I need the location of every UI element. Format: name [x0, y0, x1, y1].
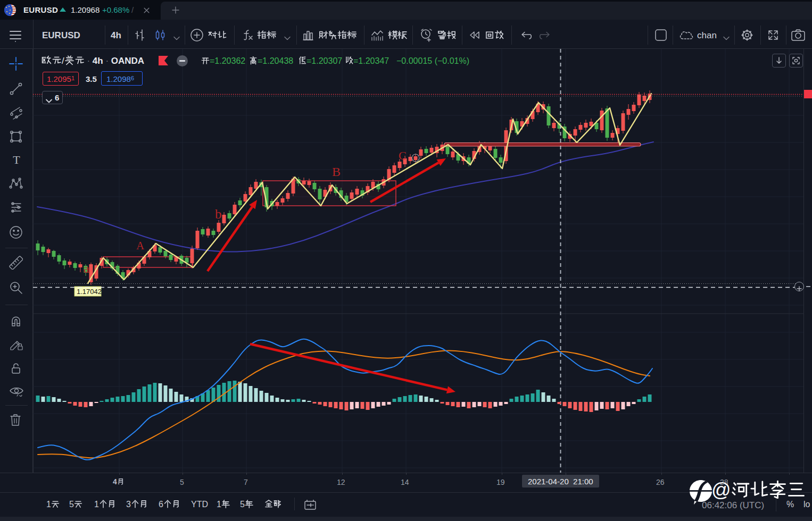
svg-text:C: C	[399, 149, 407, 162]
svg-text:A: A	[136, 239, 145, 252]
svg-text:b: b	[215, 207, 222, 221]
svg-text:a: a	[84, 262, 89, 275]
svg-text:B: B	[332, 165, 341, 179]
svg-text:1.17042: 1.17042	[77, 288, 102, 296]
